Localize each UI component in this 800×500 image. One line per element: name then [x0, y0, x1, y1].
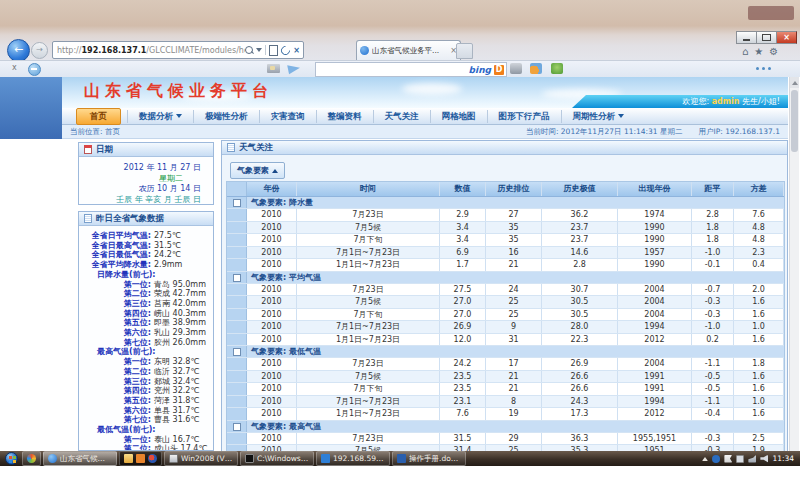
table-cell: 2.8	[692, 209, 734, 221]
nav-item-1[interactable]: 数据分析	[127, 110, 193, 123]
taskbar-button-pinned-group[interactable]	[119, 451, 162, 466]
display-tray-icon[interactable]	[736, 455, 744, 463]
table-cell: 7月5候	[297, 222, 440, 234]
toolbar-search-input[interactable]: bing D	[315, 62, 507, 77]
screenshot-icon[interactable]	[510, 63, 522, 74]
checkbox[interactable]	[233, 348, 241, 356]
nav-item-2[interactable]: 极端性分析	[193, 110, 259, 123]
table-cell: 2010	[247, 433, 297, 445]
ime-tray-icon[interactable]	[712, 455, 720, 463]
background-window-fragment	[748, 6, 794, 20]
show-tray-icon[interactable]	[702, 457, 708, 461]
row-select-cell	[227, 209, 247, 221]
rank-value: 青岛 95.0mm	[154, 280, 206, 290]
home-icon[interactable]: ⌂	[742, 46, 748, 58]
browser-tab[interactable]: 山东省气候业务平... ×	[356, 40, 461, 60]
media-icon	[148, 454, 157, 463]
nav-item-8[interactable]: 周期性分析	[561, 110, 636, 123]
taskbar-button-color-app[interactable]	[22, 451, 41, 466]
table-cell: 27.5	[440, 284, 486, 296]
table-cell: 19	[486, 408, 542, 420]
date-panel: 日期 2012 年 11 月 27 日 星期二 农历 10 月 14 日 壬辰 …	[78, 142, 214, 205]
word-icon	[397, 454, 406, 463]
weather-stat: 全省日平均气温:27.5℃	[79, 231, 213, 241]
address-bar[interactable]: http://192.168.137.1/GLCCLIMATE/modules/…	[52, 41, 304, 59]
table-cell: 1991	[618, 371, 692, 383]
rank-item: 第六位:乳山 29.3mm	[79, 328, 213, 338]
taskbar-button-word-document[interactable]: 操作手册.docx ...	[392, 451, 466, 466]
date-panel-title: 日期	[96, 144, 113, 156]
taskbar-clock[interactable]: 11:34	[772, 454, 794, 463]
search-icon[interactable]	[245, 46, 253, 54]
nav-item-4[interactable]: 整编资料	[316, 110, 373, 123]
table-row: 20107月5候3.43523.719901.84.8	[227, 222, 784, 235]
weekday: 星期二	[79, 174, 201, 185]
table-cell: 2010	[247, 408, 297, 420]
settings-gear-icon[interactable]: ⚙	[769, 46, 778, 58]
forward-button[interactable]: →	[31, 42, 48, 59]
rank-item: 第一位:青岛 95.0mm	[79, 280, 213, 290]
row-select-cell	[227, 321, 247, 333]
table-cell: 1994	[618, 396, 692, 408]
page-scrollbar[interactable]	[789, 77, 799, 451]
scroll-up-arrow[interactable]	[790, 77, 799, 88]
table-cell: 7.6	[440, 408, 486, 420]
taskbar-button-ie-window[interactable]: 山东省气候业...	[43, 451, 117, 466]
nav-item-6[interactable]: 网格地图	[430, 110, 487, 123]
table-cell: 8	[486, 396, 542, 408]
rank-value: 单县 31.7℃	[154, 406, 199, 416]
rank-item: 第一位:泰山 16.7℃	[79, 435, 213, 445]
addon-d-icon[interactable]: D	[494, 65, 504, 75]
taskbar-button-cmd-window[interactable]: C:\Windows\s...	[240, 451, 314, 466]
table-cell: 2.8	[542, 259, 618, 271]
rank-label: 第六位:	[79, 406, 151, 416]
row-select-cell	[227, 234, 247, 246]
checkbox[interactable]	[233, 423, 241, 431]
start-button[interactable]	[5, 452, 18, 465]
back-button[interactable]: ←	[7, 39, 30, 62]
volume-tray-icon[interactable]	[760, 455, 768, 463]
weather-focus-panel: 天气关注 气象要素 年份时间数值历史排位历史极值出现年份距平方差 气象要素: 降…	[221, 140, 788, 451]
nav-item-3[interactable]: 灾害查询	[259, 110, 316, 123]
table-cell: 31.5	[440, 433, 486, 445]
table-cell: 7月5候	[297, 371, 440, 383]
taskbar-button-win2008-window[interactable]: Win2008 (VS2...	[164, 451, 238, 466]
table-cell: 1.0	[734, 321, 784, 333]
network-tray-icon[interactable]	[748, 455, 756, 463]
table-cell: 7月1日~7月23日	[297, 247, 440, 259]
checkbox[interactable]	[233, 199, 241, 207]
checkbox[interactable]	[233, 274, 241, 282]
colorapp-icon	[27, 454, 36, 463]
table-cell: 7月下旬	[297, 383, 440, 395]
favorites-star-icon[interactable]: ★	[754, 46, 763, 58]
nav-item-5[interactable]: 天气关注	[373, 110, 430, 123]
broadcast-icon[interactable]	[530, 63, 542, 74]
rank-value: 曹县 31.6℃	[154, 415, 199, 425]
compatibility-view-icon[interactable]	[269, 45, 278, 56]
table-cell: 24.3	[542, 396, 618, 408]
row-select-cell	[227, 396, 247, 408]
table-cell: 23.7	[542, 222, 618, 234]
nav-item-7[interactable]: 图形下行产品	[487, 110, 561, 123]
toolbar-close-button[interactable]: x	[12, 63, 17, 72]
refresh-icon[interactable]	[279, 44, 292, 57]
table-cell: 2010	[247, 334, 297, 346]
rank-item: 第五位:即墨 38.9mm	[79, 318, 213, 328]
scrollbar-thumb[interactable]	[791, 90, 798, 152]
send-mail-icon[interactable]	[287, 63, 301, 74]
camera-icon[interactable]	[267, 64, 280, 73]
chevron-up-icon	[272, 169, 278, 173]
stop-icon[interactable]: ×	[293, 46, 300, 55]
share-icon[interactable]	[551, 63, 563, 74]
new-tab-button[interactable]	[456, 43, 473, 59]
flag-tray-icon[interactable]	[724, 455, 732, 463]
element-filter-button[interactable]: 气象要素	[230, 162, 285, 179]
taskbar-button-remote-window[interactable]: 192.168.59.99...	[316, 451, 390, 466]
address-dropdown-icon[interactable]	[256, 48, 262, 52]
user-ip: 用户IP: 192.168.137.1	[698, 127, 780, 137]
blocked-icon[interactable]	[28, 63, 41, 76]
toolbar-overflow-icon[interactable]	[756, 67, 771, 70]
nav-item-0[interactable]: 首页	[76, 108, 121, 125]
nav-item-label: 首页	[90, 110, 107, 123]
table-cell: 23.5	[440, 371, 486, 383]
